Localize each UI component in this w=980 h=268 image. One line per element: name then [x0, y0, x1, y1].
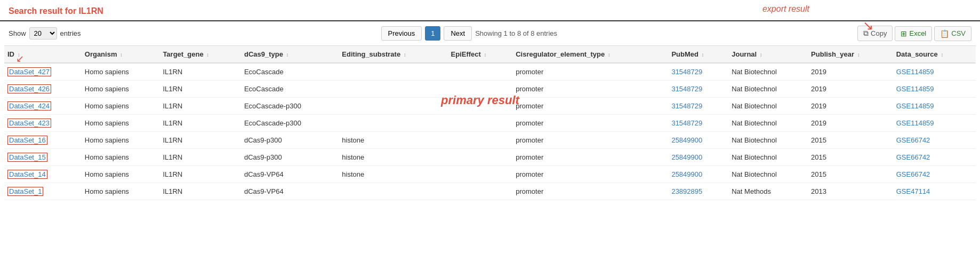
col-pubmed[interactable]: PubMed ↕ [668, 46, 728, 64]
entries-select[interactable]: 20 10 50 100 [29, 27, 57, 40]
datasource-link[interactable]: GSE114859 [896, 102, 934, 110]
col-target-gene[interactable]: Target_gene ↕ [159, 46, 241, 64]
cell-editing-substrate [339, 98, 447, 115]
cell-publish-year: 2013 [808, 183, 893, 200]
col-publish-year[interactable]: Publish_year ↕ [808, 46, 893, 64]
table-row: DataSet_426Homo sapiensIL1RNEcoCascadepr… [4, 81, 976, 98]
table-body: DataSet_427Homo sapiensIL1RNEcoCascadepr… [4, 63, 976, 200]
cell-epieffect [447, 166, 512, 183]
cell-target-gene: IL1RN [159, 132, 241, 149]
dataset-link[interactable]: DataSet_427 [7, 67, 51, 76]
sort-icon-epieffect: ↕ [484, 52, 486, 58]
cell-editing-substrate [339, 183, 447, 200]
cell-publish-year: 2019 [808, 115, 893, 132]
pubmed-link[interactable]: 25849900 [671, 170, 702, 178]
table-row: DataSet_15Homo sapiensIL1RNdCas9-p300his… [4, 149, 976, 166]
col-editing-substrate[interactable]: Editing_substrate ↕ [339, 46, 447, 64]
dataset-link[interactable]: DataSet_15 [7, 153, 47, 162]
cell-target-gene: IL1RN [159, 183, 241, 200]
pubmed-link[interactable]: 31548729 [671, 102, 702, 110]
cell-data-source: GSE114859 [893, 98, 976, 115]
cell-dcas9-type: EcoCascade [241, 81, 339, 98]
cell-id: DataSet_1 [4, 183, 82, 200]
csv-button[interactable]: 📋 CSV [934, 26, 971, 41]
prev-button[interactable]: Previous [381, 26, 422, 41]
cell-id: DataSet_15 [4, 149, 82, 166]
cell-cisregulator: promoter [512, 183, 668, 200]
sort-icon-data-source: ↕ [941, 52, 943, 58]
cell-journal: Nat Methods [728, 183, 808, 200]
cell-dcas9-type: EcoCascade-p300 [241, 98, 339, 115]
sort-icon-organism: ↕ [120, 52, 123, 58]
cell-data-source: GSE66742 [893, 166, 976, 183]
export-arrow: ↘ [863, 18, 873, 33]
cell-dcas9-type: dCas9-VP64 [241, 166, 339, 183]
pubmed-link[interactable]: 25849900 [671, 153, 702, 161]
cell-organism: Homo sapiens [82, 132, 160, 149]
cell-editing-substrate [339, 115, 447, 132]
cell-id: DataSet_16 [4, 132, 82, 149]
datasource-link[interactable]: GSE66742 [896, 153, 930, 161]
datasource-link[interactable]: GSE114859 [896, 119, 934, 127]
cell-cisregulator: promoter [512, 63, 668, 81]
cell-publish-year: 2019 [808, 98, 893, 115]
cell-cisregulator: promoter [512, 166, 668, 183]
dataset-link[interactable]: DataSet_14 [7, 170, 47, 179]
sort-icon-id: ↕ [18, 52, 20, 58]
cell-id: DataSet_14 [4, 166, 82, 183]
dataset-link[interactable]: DataSet_16 [7, 136, 47, 145]
cell-data-source: GSE114859 [893, 63, 976, 81]
cell-data-source: GSE47114 [893, 183, 976, 200]
sort-icon-target-gene: ↕ [206, 52, 209, 58]
results-table: ID ↕ Organism ↕ Target_gene ↕ dCas9_type… [4, 45, 976, 200]
toolbar-left: Show 20 10 50 100 entries [9, 27, 81, 40]
col-data-source[interactable]: Data_source ↕ [893, 46, 976, 64]
page-number[interactable]: 1 [425, 26, 440, 41]
cell-pubmed: 31548729 [668, 115, 728, 132]
pubmed-link[interactable]: 25849900 [671, 136, 702, 144]
col-cisregulator[interactable]: Cisregulator_element_type ↕ [512, 46, 668, 64]
pubmed-link[interactable]: 31548729 [671, 119, 702, 127]
table-row: DataSet_16Homo sapiensIL1RNdCas9-p300his… [4, 132, 976, 149]
dataset-link[interactable]: DataSet_426 [7, 84, 51, 93]
cell-target-gene: IL1RN [159, 166, 241, 183]
pubmed-link[interactable]: 31548729 [671, 68, 702, 76]
datasource-link[interactable]: GSE66742 [896, 136, 930, 144]
datasource-link[interactable]: GSE47114 [896, 187, 930, 195]
cell-dcas9-type: dCas9-p300 [241, 149, 339, 166]
search-term: IL1RN [79, 6, 103, 15]
next-button[interactable]: Next [444, 26, 472, 41]
cell-epieffect [447, 63, 512, 81]
cell-pubmed: 23892895 [668, 183, 728, 200]
col-organism[interactable]: Organism ↕ [82, 46, 160, 64]
datasource-link[interactable]: GSE114859 [896, 85, 934, 93]
cell-organism: Homo sapiens [82, 166, 160, 183]
pubmed-link[interactable]: 31548729 [671, 85, 702, 93]
cell-cisregulator: promoter [512, 149, 668, 166]
dataset-link[interactable]: DataSet_1 [7, 187, 43, 196]
showing-text: Showing 1 to 8 of 8 entries [475, 29, 557, 37]
cell-data-source: GSE114859 [893, 115, 976, 132]
dataset-link[interactable]: DataSet_423 [7, 119, 51, 128]
col-epieffect[interactable]: EpiEffect ↕ [447, 46, 512, 64]
dataset-link[interactable]: DataSet_424 [7, 101, 51, 111]
col-id[interactable]: ID ↕ [4, 46, 82, 64]
cell-data-source: GSE66742 [893, 149, 976, 166]
cell-dcas9-type: dCas9-p300 [241, 132, 339, 149]
datasource-link[interactable]: GSE66742 [896, 170, 930, 178]
pubmed-link[interactable]: 23892895 [671, 187, 702, 195]
cell-data-source: GSE66742 [893, 132, 976, 149]
excel-button[interactable]: ⊞ Excel [895, 26, 932, 41]
datasource-link[interactable]: GSE114859 [896, 68, 934, 76]
cell-pubmed: 31548729 [668, 98, 728, 115]
sort-icon-journal: ↕ [760, 52, 762, 58]
cell-editing-substrate: histone [339, 166, 447, 183]
cell-target-gene: IL1RN [159, 63, 241, 81]
cell-pubmed: 31548729 [668, 81, 728, 98]
cell-publish-year: 2019 [808, 81, 893, 98]
col-journal[interactable]: Journal ↕ [728, 46, 808, 64]
cell-journal: Nat Biotechnol [728, 149, 808, 166]
col-dcas9-type[interactable]: dCas9_type ↕ [241, 46, 339, 64]
cell-journal: Nat Biotechnol [728, 115, 808, 132]
cell-pubmed: 25849900 [668, 149, 728, 166]
